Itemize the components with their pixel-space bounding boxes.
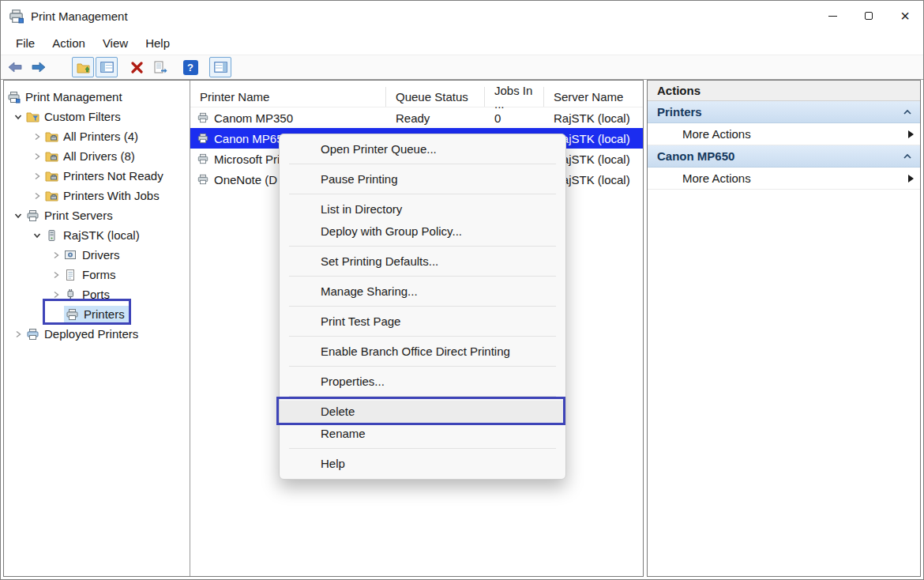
actions-section-printers[interactable]: Printers bbox=[648, 101, 920, 123]
menu-action[interactable]: Action bbox=[43, 33, 94, 53]
filter-printer-icon bbox=[45, 130, 61, 142]
tree-item-label: Printers Not Ready bbox=[61, 169, 163, 183]
tree-item-label: All Drivers (8) bbox=[61, 149, 135, 163]
drivers-icon bbox=[64, 249, 80, 261]
column-header-printer-name[interactable]: Printer Name bbox=[190, 87, 386, 107]
tree-item-print-servers[interactable]: Print Servers bbox=[4, 205, 190, 225]
more-actions-printers[interactable]: More Actions bbox=[648, 123, 920, 145]
printer-row[interactable]: Canom MP350 Ready 0 RajSTK (local) bbox=[190, 107, 643, 128]
delete-icon bbox=[131, 62, 143, 73]
chevron-right-icon[interactable] bbox=[29, 172, 45, 180]
printer-name: Canom MP350 bbox=[214, 111, 293, 125]
column-header-jobs[interactable]: Jobs In ... bbox=[485, 87, 544, 107]
filter-printer-icon bbox=[45, 170, 61, 182]
deployed-printer-icon bbox=[26, 328, 42, 341]
chevron-down-icon[interactable] bbox=[10, 212, 26, 220]
tree-item-printers-not-ready[interactable]: Printers Not Ready bbox=[4, 166, 190, 186]
section-header-label: Canon MP650 bbox=[657, 149, 734, 163]
chevron-right-icon[interactable] bbox=[48, 251, 64, 259]
more-actions-canon-mp650[interactable]: More Actions bbox=[648, 168, 920, 190]
menu-item-print-test-page[interactable]: Print Test Page bbox=[280, 311, 565, 333]
tree-item-all-drivers[interactable]: All Drivers (8) bbox=[4, 146, 190, 166]
actions-pane-title: Actions bbox=[648, 81, 920, 101]
help-button[interactable]: ? bbox=[179, 57, 201, 77]
tree-item-label: Printers bbox=[81, 307, 125, 321]
tree-item-drivers[interactable]: Drivers bbox=[4, 245, 190, 265]
menu-separator bbox=[289, 164, 556, 164]
menu-separator bbox=[289, 276, 556, 277]
show-action-pane-button[interactable] bbox=[209, 57, 231, 77]
menu-file[interactable]: File bbox=[7, 33, 43, 53]
tree-item-ports[interactable]: Ports bbox=[4, 284, 190, 304]
tree-item-all-printers[interactable]: All Printers (4) bbox=[4, 126, 190, 146]
minimize-button[interactable] bbox=[814, 1, 851, 31]
forms-icon bbox=[64, 269, 80, 281]
back-button[interactable] bbox=[4, 57, 26, 77]
up-level-button[interactable] bbox=[72, 57, 94, 77]
tree-item-label: Deployed Printers bbox=[42, 327, 138, 341]
close-icon: × bbox=[900, 8, 910, 24]
menu-item-set-printing-defaults[interactable]: Set Printing Defaults... bbox=[280, 250, 565, 273]
tree-item-rajstk-local[interactable]: RajSTK (local) bbox=[4, 225, 190, 245]
forward-arrow-icon bbox=[31, 61, 47, 73]
maximize-button[interactable] bbox=[851, 1, 887, 31]
chevron-right-icon[interactable] bbox=[10, 330, 26, 338]
tree-item-print-management[interactable]: Print Management bbox=[4, 87, 190, 107]
app-icon bbox=[9, 9, 24, 24]
chevron-right-icon[interactable] bbox=[29, 133, 45, 141]
tree-item-label: Forms bbox=[80, 268, 116, 281]
delete-button[interactable] bbox=[126, 57, 148, 77]
forward-button[interactable] bbox=[28, 57, 50, 77]
menu-item-delete[interactable]: Delete bbox=[280, 401, 565, 423]
server-name: RajSTK (local) bbox=[544, 111, 643, 125]
tree-item-deployed-printers[interactable]: Deployed Printers bbox=[4, 324, 190, 344]
menu-item-manage-sharing[interactable]: Manage Sharing... bbox=[280, 281, 565, 303]
menu-item-rename[interactable]: Rename bbox=[280, 423, 565, 445]
tree-item-label: Custom Filters bbox=[42, 110, 121, 123]
show-console-tree-button[interactable] bbox=[96, 57, 118, 77]
help-icon: ? bbox=[183, 60, 198, 75]
chevron-right-icon[interactable] bbox=[29, 192, 45, 200]
submenu-arrow-icon bbox=[908, 175, 914, 183]
submenu-arrow-icon bbox=[908, 130, 914, 138]
tree-item-label: Ports bbox=[80, 288, 110, 301]
tree-item-forms[interactable]: Forms bbox=[4, 265, 190, 284]
menu-item-help[interactable]: Help bbox=[280, 453, 565, 475]
menu-view[interactable]: View bbox=[94, 33, 137, 53]
menu-item-open-printer-queue[interactable]: Open Printer Queue... bbox=[280, 138, 565, 160]
queue-status: Ready bbox=[386, 111, 485, 125]
menu-item-properties[interactable]: Properties... bbox=[280, 371, 565, 393]
column-header-server-name[interactable]: Server Name bbox=[544, 87, 643, 107]
printer-icon bbox=[66, 308, 81, 321]
filter-printer-icon bbox=[45, 150, 61, 162]
printer-icon bbox=[197, 153, 209, 164]
menu-separator bbox=[289, 336, 556, 337]
actions-section-canon-mp650[interactable]: Canon MP650 bbox=[648, 145, 920, 168]
tree-item-printers[interactable]: Printers bbox=[4, 304, 190, 324]
console-tree: Print Management Custom Filters All Prin… bbox=[4, 81, 190, 576]
menu-item-enable-branch-office-direct-printing[interactable]: Enable Branch Office Direct Printing bbox=[280, 341, 565, 363]
menu-item-list-in-directory[interactable]: List in Directory bbox=[280, 198, 565, 220]
export-list-button[interactable] bbox=[149, 57, 171, 77]
chevron-right-icon[interactable] bbox=[48, 291, 64, 299]
printer-name: OneNote (D bbox=[214, 173, 277, 186]
column-header-queue-status[interactable]: Queue Status bbox=[386, 87, 485, 107]
tree-item-custom-filters[interactable]: Custom Filters bbox=[4, 107, 190, 126]
chevron-down-icon[interactable] bbox=[10, 113, 26, 121]
printer-icon bbox=[197, 112, 209, 123]
window-title: Print Management bbox=[31, 9, 128, 23]
chevron-right-icon[interactable] bbox=[48, 271, 64, 279]
tree-item-printers-with-jobs[interactable]: Printers With Jobs bbox=[4, 186, 190, 205]
menu-item-pause-printing[interactable]: Pause Printing bbox=[280, 168, 565, 190]
context-menu: Open Printer Queue... Pause Printing Lis… bbox=[279, 134, 566, 480]
menu-help[interactable]: Help bbox=[137, 33, 178, 53]
tree-item-label: All Printers (4) bbox=[61, 130, 138, 143]
close-button[interactable]: × bbox=[887, 1, 923, 31]
chevron-right-icon[interactable] bbox=[29, 153, 45, 160]
chevron-down-icon[interactable] bbox=[29, 232, 45, 239]
print-management-window: Print Management × File Action View Help bbox=[0, 0, 924, 580]
menu-item-deploy-with-group-policy[interactable]: Deploy with Group Policy... bbox=[280, 220, 565, 243]
tree-item-label: Print Servers bbox=[42, 209, 113, 222]
menu-separator bbox=[289, 306, 556, 307]
tree-item-printers-content[interactable]: Printers bbox=[64, 306, 130, 322]
